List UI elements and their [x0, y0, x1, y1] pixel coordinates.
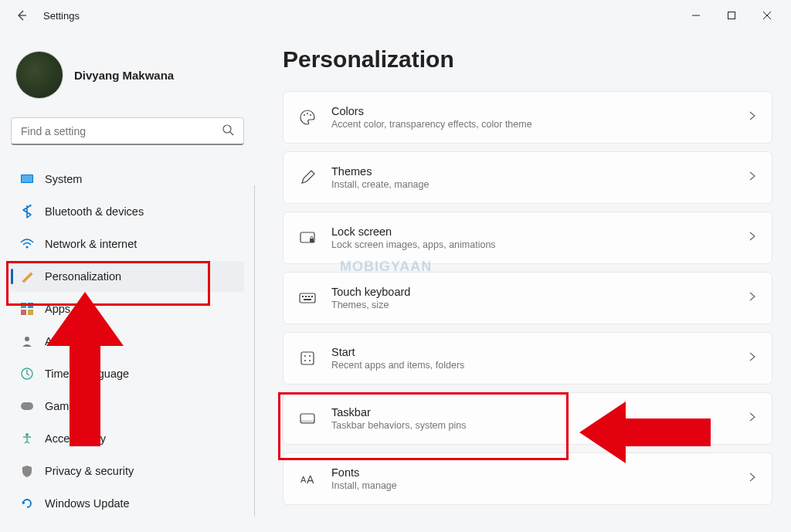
svg-rect-7: [22, 175, 32, 182]
chevron-right-icon: [749, 472, 756, 486]
svg-point-18: [307, 113, 308, 114]
svg-rect-26: [311, 296, 313, 297]
sidebar-item-label: Time & language: [45, 368, 129, 380]
card-title: Taskbar: [331, 406, 749, 418]
windows-update-icon: [20, 496, 34, 510]
svg-point-16: [25, 433, 29, 436]
svg-point-19: [310, 114, 311, 116]
close-button[interactable]: [749, 0, 785, 31]
window-title: Settings: [43, 10, 80, 22]
fonts-icon: AA: [299, 470, 316, 487]
accessibility-icon: [20, 432, 34, 446]
svg-text:A: A: [307, 473, 314, 486]
sidebar-item-label: Gaming: [45, 400, 84, 412]
card-touch-keyboard[interactable]: Touch keyboardThemes, size: [283, 272, 772, 324]
card-colors[interactable]: ColorsAccent color, transparency effects…: [283, 91, 772, 144]
sidebar-item-label: Apps: [45, 303, 70, 315]
svg-point-8: [26, 246, 29, 249]
svg-text:A: A: [300, 475, 307, 484]
card-sub: Themes, size: [331, 300, 749, 310]
card-title: Touch keyboard: [331, 286, 749, 298]
svg-point-31: [304, 360, 306, 361]
taskbar-icon: [299, 410, 316, 427]
bluetooth-icon: [20, 205, 34, 219]
card-title: Colors: [331, 105, 749, 117]
svg-rect-11: [21, 310, 26, 315]
lock-screen-icon: [299, 229, 316, 246]
sidebar-item-label: Personalization: [45, 270, 121, 283]
svg-point-13: [25, 337, 29, 341]
sidebar-item-accessibility[interactable]: Accessibility: [11, 423, 244, 454]
svg-rect-27: [304, 299, 311, 300]
card-sub: Install, create, manage: [331, 179, 749, 190]
minimize-button[interactable]: [678, 0, 714, 31]
sidebar-item-label: Windows Update: [45, 497, 130, 510]
chevron-right-icon: [749, 110, 756, 124]
sidebar-item-system[interactable]: System: [11, 164, 244, 195]
card-fonts[interactable]: AA FontsInstall, manage: [283, 452, 772, 505]
chevron-right-icon: [749, 231, 756, 245]
profile-name: Divyang Makwana: [74, 69, 174, 82]
card-lock-screen[interactable]: Lock screenLock screen images, apps, ani…: [283, 212, 772, 264]
sidebar-item-label: Privacy & security: [45, 465, 134, 477]
accounts-icon: [20, 334, 34, 348]
svg-rect-25: [308, 296, 310, 297]
sidebar-item-time-language[interactable]: Time & language: [11, 358, 244, 389]
sidebar-item-label: Accessibility: [45, 432, 106, 445]
palette-icon: [299, 109, 316, 126]
sidebar-item-network[interactable]: Network & internet: [11, 229, 244, 259]
chevron-right-icon: [749, 171, 756, 185]
sidebar-item-label: Network & internet: [45, 238, 137, 250]
card-sub: Recent apps and items, folders: [331, 360, 749, 371]
svg-rect-24: [305, 296, 307, 297]
svg-rect-34: [300, 420, 314, 423]
card-taskbar[interactable]: TaskbarTaskbar behaviors, system pins: [283, 392, 772, 445]
search-box[interactable]: [11, 117, 244, 145]
search-icon: [222, 124, 234, 139]
sidebar-item-windows-update[interactable]: Windows Update: [11, 488, 244, 519]
maximize-button[interactable]: [714, 0, 749, 31]
svg-rect-10: [28, 303, 33, 308]
chevron-right-icon: [749, 351, 756, 365]
card-themes[interactable]: ThemesInstall, create, manage: [283, 151, 772, 204]
start-icon: [299, 350, 316, 367]
card-start[interactable]: StartRecent apps and items, folders: [283, 332, 772, 385]
keyboard-icon: [299, 290, 316, 307]
card-title: Fonts: [331, 466, 749, 479]
svg-line-5: [230, 132, 233, 135]
search-input[interactable]: [21, 125, 222, 137]
wifi-icon: [20, 237, 34, 251]
sidebar-item-privacy[interactable]: Privacy & security: [11, 456, 244, 486]
paintbrush-icon: [20, 269, 34, 283]
svg-point-17: [304, 114, 305, 116]
svg-point-4: [223, 125, 231, 133]
sidebar-item-accounts[interactable]: Accounts: [11, 326, 244, 357]
card-title: Themes: [331, 165, 749, 178]
sidebar-divider: [254, 185, 255, 517]
back-button[interactable]: [6, 0, 37, 31]
card-sub: Lock screen images, apps, animations: [331, 239, 749, 250]
svg-point-30: [309, 355, 311, 357]
pen-icon: [299, 169, 316, 186]
sidebar-item-bluetooth[interactable]: Bluetooth & devices: [11, 196, 244, 227]
svg-rect-9: [21, 303, 26, 308]
svg-rect-21: [310, 239, 314, 242]
sidebar-item-label: System: [45, 173, 82, 185]
avatar: [15, 51, 63, 99]
system-icon: [20, 172, 34, 186]
sidebar-item-apps[interactable]: Apps: [11, 293, 244, 324]
card-sub: Accent color, transparency effects, colo…: [331, 119, 749, 130]
svg-rect-1: [728, 12, 735, 19]
card-sub: Install, manage: [331, 480, 749, 491]
svg-rect-12: [28, 310, 33, 315]
sidebar-item-gaming[interactable]: Gaming: [11, 391, 244, 422]
svg-rect-28: [301, 352, 314, 364]
gaming-icon: [20, 399, 34, 413]
time-language-icon: [20, 367, 34, 381]
sidebar-item-personalization[interactable]: Personalization: [11, 261, 244, 292]
chevron-right-icon: [749, 291, 756, 305]
chevron-right-icon: [749, 412, 756, 425]
svg-rect-15: [21, 402, 33, 410]
svg-rect-22: [300, 293, 315, 303]
profile-block[interactable]: Divyang Makwana: [15, 51, 244, 99]
